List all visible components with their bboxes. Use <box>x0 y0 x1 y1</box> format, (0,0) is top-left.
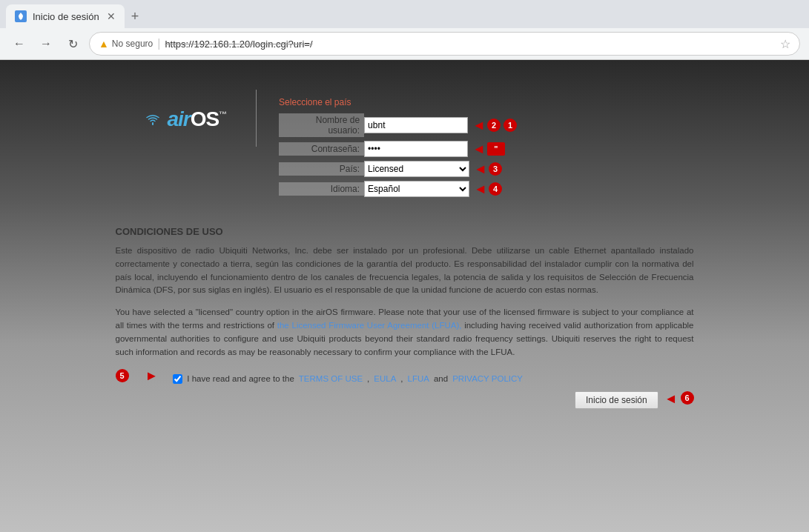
username-row: Nombre de usuario: ◄ 2 1 <box>279 113 678 137</box>
terms-paragraph2: You have selected a "licensed" country o… <box>116 306 694 359</box>
password-label: Contraseña: <box>279 142 364 156</box>
login-section: airOS™ Seleccione el país Nombre de usua… <box>116 90 694 208</box>
country-label: País: <box>279 162 364 176</box>
agree-text-before: I have read and agree to the <box>187 374 294 383</box>
terms-section: CONDICIONES DE USO Este dispositivo de r… <box>116 226 694 409</box>
url-text: https://192.168.1.20/login.cgi?uri=/ <box>165 39 312 50</box>
annotation-6: 6 <box>681 391 694 405</box>
agree-wrapper: 5 ► I have read and agree to the TERMS O… <box>116 368 694 384</box>
address-divider: | <box>157 37 160 50</box>
active-tab[interactable]: Inicio de sesión ✕ <box>6 4 125 28</box>
security-warning: ▲ No seguro <box>99 38 153 50</box>
arrow-6: ◄ <box>664 391 678 409</box>
select-country-label: Seleccione el país <box>279 97 678 107</box>
bookmark-icon[interactable]: ☆ <box>780 37 790 51</box>
arrow-1: ◄ <box>472 118 486 133</box>
arrow-4: ◄ <box>474 182 487 197</box>
annotation-5-num: 5 <box>116 369 129 382</box>
logo-os: OS <box>191 107 219 130</box>
address-input-wrapper[interactable]: ▲ No seguro | https://192.168.1.20/login… <box>89 32 800 56</box>
login-form: Seleccione el país Nombre de usuario: ◄ … <box>257 90 693 208</box>
bottom-row: Inicio de sesión ◄ 6 <box>116 391 694 409</box>
annotation-4: 4 <box>489 182 502 196</box>
arrow-3: ◄ <box>474 162 487 177</box>
annotation-2: 2 <box>487 119 501 132</box>
security-label: No seguro <box>112 39 153 49</box>
username-label: Nombre de usuario: <box>279 113 364 137</box>
password-row: Contraseña: ◄ " <box>279 141 678 157</box>
country-select[interactable]: Licensed <box>364 161 469 177</box>
reload-button[interactable]: ↻ <box>62 33 83 54</box>
agree-row: I have read and agree to the TERMS OF US… <box>173 374 523 384</box>
language-row: Idioma: Español ◄ 4 <box>279 181 678 197</box>
lfua-link[interactable]: the Licensed Firmware User Agreement (LF… <box>277 321 462 330</box>
annotation-3: 3 <box>489 162 502 176</box>
login-button[interactable]: Inicio de sesión <box>575 391 658 409</box>
page-content: airOS™ Seleccione el país Nombre de usua… <box>0 60 809 532</box>
agree-and: and <box>434 374 448 383</box>
terms-of-use-link[interactable]: TERMS OF USE <box>299 374 363 383</box>
tab-favicon <box>15 10 27 22</box>
agree-comma2: , <box>400 374 403 383</box>
new-tab-button[interactable]: + <box>125 6 145 27</box>
lfua-agree-link[interactable]: LFUA <box>408 374 429 383</box>
arrow-2: ◄ <box>472 142 486 157</box>
password-input[interactable] <box>364 141 468 157</box>
terms-paragraph1: Este dispositivo de radio Ubiquiti Netwo… <box>116 245 694 297</box>
language-select[interactable]: Español <box>364 181 469 197</box>
forward-button[interactable]: → <box>36 33 56 54</box>
tab-close-button[interactable]: ✕ <box>107 10 116 22</box>
terms-title: CONDICIONES DE USO <box>116 226 694 237</box>
annotation-1: 1 <box>503 119 517 132</box>
language-label: Idioma: <box>279 182 364 196</box>
privacy-link[interactable]: PRIVACY POLICY <box>452 374 523 383</box>
airos-logo: airOS™ <box>145 104 227 132</box>
tab-bar: Inicio de sesión ✕ + <box>0 0 809 28</box>
annotation-quote: " <box>487 142 505 156</box>
warning-icon: ▲ <box>99 38 109 50</box>
back-button[interactable]: ← <box>9 33 30 54</box>
arrow-5: ► <box>145 368 159 384</box>
tab-title: Inicio de sesión <box>33 11 99 22</box>
agree-comma1: , <box>367 374 369 383</box>
wifi-icon <box>145 113 160 127</box>
agree-checkbox[interactable] <box>173 374 182 384</box>
address-bar: ← → ↻ ▲ No seguro | https://192.168.1.20… <box>0 28 809 59</box>
country-row: País: Licensed ◄ 3 <box>279 161 678 177</box>
logo-area: airOS™ <box>116 90 257 147</box>
eula-link[interactable]: EULA <box>374 374 396 383</box>
browser-chrome: Inicio de sesión ✕ + ← → ↻ ▲ No seguro |… <box>0 0 809 60</box>
logo-air: air <box>167 107 190 130</box>
username-input[interactable] <box>364 117 468 133</box>
logo-tm: ™ <box>219 110 226 119</box>
